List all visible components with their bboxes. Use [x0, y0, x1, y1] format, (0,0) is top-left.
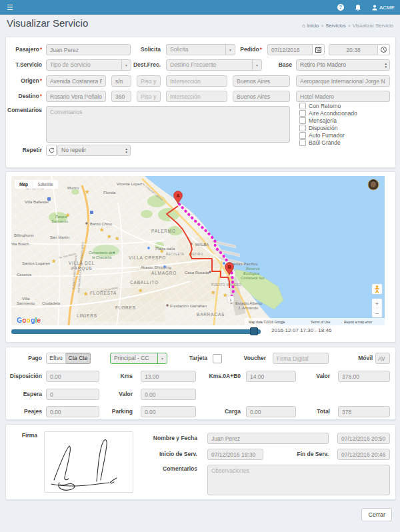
checkbox-aire-acondicionado[interactable]: Aire Acondicionado [299, 110, 357, 117]
breadcrumb-current: Visualizar Servicio [353, 23, 393, 29]
destino-calle-input[interactable] [46, 91, 106, 102]
total-input[interactable] [338, 406, 390, 417]
eftvo-toggle-button[interactable]: Eftvo [46, 353, 66, 364]
map-label: J. Armando [238, 306, 259, 310]
destino-interseccion-input[interactable] [166, 91, 227, 102]
user-name: ACME [379, 5, 395, 11]
repetir-select[interactable]: No repetir ▲▼ [57, 145, 131, 156]
checkbox-mensajeria[interactable]: Mensajería [299, 117, 337, 124]
terms-of-use-link[interactable]: Terms of Use [311, 320, 331, 324]
comentarios-label: Comentarios [7, 105, 42, 116]
total-label: Total [299, 406, 330, 417]
tarjeta-checkbox[interactable] [213, 354, 222, 363]
peajes-input[interactable] [46, 406, 99, 417]
map-label: FLORES [115, 305, 136, 310]
kms0ab0-input[interactable] [246, 371, 296, 382]
timeline-slider-handle[interactable] [250, 327, 258, 335]
repeat-refresh-button[interactable] [46, 145, 57, 156]
google-logo: Google [17, 316, 41, 324]
origen-piso-input[interactable] [137, 75, 161, 87]
breadcrumb-inicio[interactable]: Inicio [307, 23, 319, 29]
solicita-select[interactable]: Solicita ▼ [166, 44, 235, 55]
fin-serv-input[interactable] [337, 449, 390, 460]
parking-input[interactable] [141, 406, 196, 417]
user-menu-button[interactable]: ACME [372, 5, 395, 11]
valor-input[interactable] [338, 371, 390, 382]
parking-label: Parking [99, 406, 133, 417]
tservicio-select[interactable]: Tipo de Servicio ▼ [46, 59, 131, 71]
kms-input[interactable] [141, 371, 196, 382]
map-attribution: Map data ©2016 Google Terms of Use Repor… [245, 318, 385, 325]
home-icon: ⌂ [302, 23, 305, 29]
fecha-firma-input[interactable] [337, 433, 390, 444]
report-map-error-link[interactable]: Report a map error [344, 320, 373, 324]
avatar[interactable] [368, 179, 379, 190]
kms0ab0-label: Kms.0A+B0 [203, 371, 241, 382]
checkbox-auto-fumador[interactable]: Auto Fumador [299, 132, 345, 139]
checkbox-disposicion[interactable]: Disposición [299, 125, 337, 131]
poi-dot-icon [113, 251, 115, 254]
destino-ciudad-input[interactable] [233, 91, 290, 102]
checkbox-icon [299, 117, 306, 124]
origen-ciudad-input[interactable] [233, 75, 290, 87]
map-label: Santos Lugares [22, 261, 50, 265]
clock-button[interactable] [378, 44, 390, 55]
map-label: Estadio Alberto [235, 301, 263, 305]
hamburger-menu-icon[interactable]: ☰ [5, 3, 15, 12]
calendar-button[interactable] [313, 44, 325, 55]
inicio-serv-input[interactable] [207, 449, 263, 460]
movil-label: Móvil [345, 353, 373, 364]
base-select[interactable]: Retiro Pto Madero ▲▼ [296, 59, 390, 71]
timeline-slider-track[interactable] [11, 329, 261, 334]
notifications-button[interactable] [355, 4, 361, 11]
origen-calle-input[interactable] [46, 75, 106, 87]
map-button-label: Map [19, 182, 28, 187]
map-label: RETIRO [190, 253, 203, 256]
disposicion-input[interactable] [46, 371, 99, 382]
cuenta-select[interactable]: Principal - CC ▼ [110, 353, 167, 364]
pasajero-input[interactable] [46, 44, 131, 55]
origen-lugar-input[interactable] [296, 75, 390, 87]
signature-canvas [44, 431, 133, 493]
streetview-pegman-control[interactable] [372, 284, 382, 294]
destino-numero-input[interactable] [111, 91, 131, 102]
map-label: Reserva [246, 267, 259, 271]
star-poi-icon: ★ [52, 259, 56, 263]
carga-input[interactable] [246, 406, 296, 417]
inicio-serv-label: Inicio de Serv. [126, 449, 197, 460]
breadcrumb-servicios[interactable]: Servicios [325, 23, 345, 29]
movil-input[interactable] [375, 353, 390, 364]
comentarios-textarea[interactable] [46, 106, 290, 143]
destino-piso-input[interactable] [137, 91, 161, 102]
destfrec-select[interactable]: Destino Frecuente ▼ [166, 59, 262, 71]
zoom-in-button[interactable]: + [375, 301, 379, 307]
pedido-date-input[interactable] [267, 44, 313, 55]
chevron-down-icon: ▼ [157, 353, 167, 363]
updown-arrows-icon: ▲▼ [385, 63, 387, 69]
voucher-input[interactable] [273, 353, 329, 364]
zoom-out-button[interactable]: − [375, 310, 379, 317]
star-poi-icon: ★ [85, 189, 89, 194]
pedido-time-input[interactable] [329, 44, 378, 55]
google-map[interactable]: ★★★★★★★★★★★★ la AdelinaMunroVicente Lópe… [11, 176, 385, 325]
map-label: MALBA [195, 243, 209, 247]
help-button[interactable]: ? [337, 4, 344, 11]
origen-interseccion-input[interactable] [166, 75, 227, 87]
destino-lugar-input[interactable] [296, 91, 390, 102]
observaciones-textarea[interactable] [207, 465, 390, 495]
valor2-input[interactable] [141, 389, 196, 400]
espera-input[interactable] [46, 389, 99, 400]
ctacte-toggle-button[interactable]: Cta Cte [66, 353, 91, 364]
map-type-control: Map Satellite [15, 180, 58, 189]
map-label: Ecológica [243, 271, 259, 275]
origen-label: Origen [7, 75, 42, 87]
checkbox-con-retorno[interactable]: Con Retorno [299, 103, 341, 109]
map-label: CABALLITO [130, 280, 159, 285]
nombre-input[interactable] [207, 433, 329, 444]
checkbox-baul-grande[interactable]: Baúl Grande [299, 139, 341, 146]
map-label: Cementerio de [89, 251, 113, 255]
carga-label: Carga [203, 406, 241, 417]
star-poi-icon: ★ [115, 236, 119, 241]
cerrar-button[interactable]: Cerrar [361, 508, 392, 521]
origen-numero-input[interactable] [111, 75, 131, 87]
